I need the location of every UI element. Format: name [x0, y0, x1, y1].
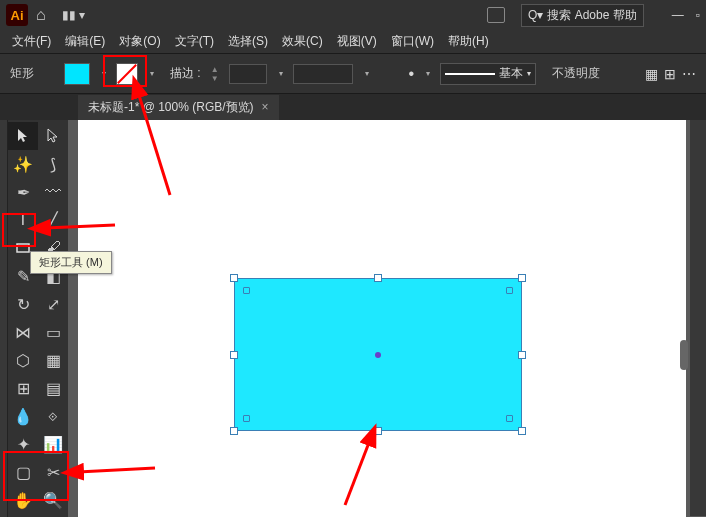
control-bar: 矩形 ▾ ▾ 描边 : ▲▼ ▾ ▾ • ▾ 基本 ▾ 不透明度 ▦ ⊞ ⋯: [0, 54, 706, 94]
direct-selection-tool[interactable]: [38, 122, 68, 150]
more-options-icon[interactable]: ⋯: [682, 66, 696, 82]
scale-tool[interactable]: ⤢: [38, 290, 68, 318]
menu-window[interactable]: 窗口(W): [385, 31, 440, 52]
menu-view[interactable]: 视图(V): [331, 31, 383, 52]
menu-effect[interactable]: 效果(C): [276, 31, 329, 52]
minimize-icon[interactable]: —: [672, 8, 684, 22]
scrollbar-thumb[interactable]: [680, 340, 688, 370]
tool-tooltip: 矩形工具 (M): [30, 251, 112, 274]
lasso-tool[interactable]: ⟆: [38, 150, 68, 178]
corner-widget[interactable]: [243, 287, 250, 294]
document-tab-label: 未标题-1* @ 100% (RGB/预览): [88, 99, 254, 116]
center-point-icon: [375, 352, 381, 358]
selection-handle[interactable]: [230, 427, 238, 435]
menu-type[interactable]: 文字(T): [169, 31, 220, 52]
document-tab[interactable]: 未标题-1* @ 100% (RGB/预览) ×: [78, 95, 279, 120]
width-tool[interactable]: ⋈: [8, 318, 38, 346]
slice-tool[interactable]: ✂: [38, 458, 68, 486]
curvature-tool[interactable]: 〰: [38, 178, 68, 206]
document-setup-icon[interactable]: [487, 7, 505, 23]
main-area: ✨⟆ ✒〰 T╱ 🖌 ✎◧ ↻⤢ ⋈▭ ⬡▦ ⊞▤ 💧⟐ ✦📊 ▢✂ ✋🔍 ↰ …: [0, 120, 706, 517]
stroke-style-dropdown-icon[interactable]: ▾: [365, 69, 369, 78]
svg-rect-0: [17, 244, 29, 252]
maximize-icon[interactable]: ▫: [696, 8, 700, 22]
fill-dropdown-icon[interactable]: ▾: [102, 69, 106, 78]
selection-handle[interactable]: [374, 427, 382, 435]
gradient-tool[interactable]: ▤: [38, 374, 68, 402]
menu-file[interactable]: 文件(F): [6, 31, 57, 52]
window-controls: — ▫: [672, 8, 700, 22]
menu-edit[interactable]: 编辑(E): [59, 31, 111, 52]
title-bar: Ai ⌂ ▮▮ ▾ Q▾ 搜索 Adobe 帮助 — ▫: [0, 0, 706, 30]
selection-handle[interactable]: [230, 351, 238, 359]
corner-widget[interactable]: [243, 415, 250, 422]
graphic-style-label: 基本: [499, 65, 523, 82]
graphic-style-dropdown[interactable]: 基本 ▾: [440, 63, 536, 85]
perspective-tool[interactable]: ▦: [38, 346, 68, 374]
toolbox: ✨⟆ ✒〰 T╱ 🖌 ✎◧ ↻⤢ ⋈▭ ⬡▦ ⊞▤ 💧⟐ ✦📊 ▢✂ ✋🔍 ↰ …: [8, 120, 68, 517]
brush-dot-icon[interactable]: •: [409, 65, 415, 83]
zoom-tool[interactable]: 🔍: [38, 486, 68, 514]
rotate-tool[interactable]: ↻: [8, 290, 38, 318]
fill-color-swatch[interactable]: [64, 63, 90, 85]
symbol-sprayer-tool[interactable]: ✦: [8, 430, 38, 458]
blend-tool[interactable]: ⟐: [38, 402, 68, 430]
stroke-label: 描边 :: [170, 65, 201, 82]
right-panel-strip[interactable]: [690, 120, 706, 516]
selection-handle[interactable]: [230, 274, 238, 282]
stroke-style-dropdown[interactable]: [293, 64, 353, 84]
stroke-stepper-icon[interactable]: ▲▼: [211, 65, 219, 83]
brush-dropdown-icon[interactable]: ▾: [426, 69, 430, 78]
corner-widget[interactable]: [506, 415, 513, 422]
selection-tool[interactable]: [8, 122, 38, 150]
menu-bar: 文件(F) 编辑(E) 对象(O) 文字(T) 选择(S) 效果(C) 视图(V…: [0, 30, 706, 54]
layout-icon[interactable]: ▮▮ ▾: [62, 8, 85, 22]
mesh-tool[interactable]: ⊞: [8, 374, 38, 402]
selection-handle[interactable]: [518, 351, 526, 359]
shape-builder-tool[interactable]: ⬡: [8, 346, 38, 374]
corner-widget[interactable]: [506, 287, 513, 294]
graph-tool[interactable]: 📊: [38, 430, 68, 458]
home-icon[interactable]: ⌂: [36, 6, 46, 24]
pen-tool[interactable]: ✒: [8, 178, 38, 206]
selection-handle[interactable]: [374, 274, 382, 282]
type-tool[interactable]: T: [8, 206, 38, 234]
app-logo-icon: Ai: [6, 4, 28, 26]
search-icon: Q▾: [528, 8, 543, 22]
menu-help[interactable]: 帮助(H): [442, 31, 495, 52]
selection-handle[interactable]: [518, 274, 526, 282]
rectangle-object[interactable]: [234, 278, 522, 431]
stroke-color-swatch[interactable]: [116, 63, 138, 85]
document-tab-bar: 未标题-1* @ 100% (RGB/预览) ×: [0, 94, 706, 120]
close-tab-icon[interactable]: ×: [262, 100, 269, 114]
search-box[interactable]: Q▾ 搜索 Adobe 帮助: [521, 4, 644, 27]
magic-wand-tool[interactable]: ✨: [8, 150, 38, 178]
selection-handle[interactable]: [518, 427, 526, 435]
free-transform-tool[interactable]: ▭: [38, 318, 68, 346]
stroke-dropdown-icon[interactable]: ▾: [150, 69, 154, 78]
menu-object[interactable]: 对象(O): [113, 31, 166, 52]
align-panel-icon[interactable]: ▦: [645, 66, 658, 82]
artboard-tool[interactable]: ▢: [8, 458, 38, 486]
eyedropper-tool[interactable]: 💧: [8, 402, 38, 430]
search-placeholder: 搜索 Adobe 帮助: [547, 7, 636, 24]
canvas[interactable]: [68, 120, 706, 517]
line-tool[interactable]: ╱: [38, 206, 68, 234]
ruler-toggle[interactable]: [0, 120, 8, 517]
selection-type-label: 矩形: [10, 65, 34, 82]
transform-panel-icon[interactable]: ⊞: [664, 66, 676, 82]
opacity-label[interactable]: 不透明度: [552, 65, 600, 82]
hand-tool[interactable]: ✋: [8, 486, 38, 514]
menu-select[interactable]: 选择(S): [222, 31, 274, 52]
stroke-weight-dropdown-icon[interactable]: ▾: [279, 69, 283, 78]
stroke-weight-input[interactable]: [229, 64, 267, 84]
artboard[interactable]: [78, 120, 686, 517]
